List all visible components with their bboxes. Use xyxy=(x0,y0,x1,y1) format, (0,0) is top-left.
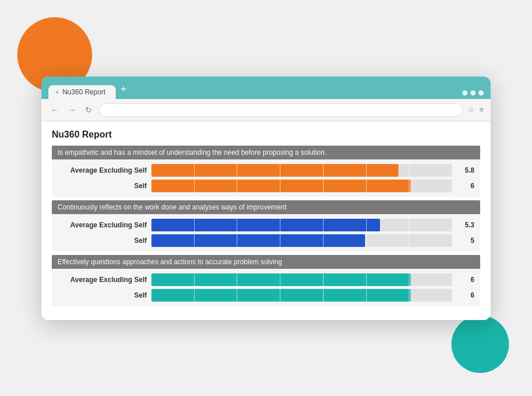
bar-row: Self 6 xyxy=(58,180,474,192)
nav-back-button[interactable]: ← xyxy=(48,104,61,116)
bar-row: Average Excluding Self 5.3 xyxy=(58,219,474,231)
bar-row: Average Excluding Self 6 xyxy=(58,273,474,286)
browser-addressbar: ← → ↻ ☆ ≡ xyxy=(41,99,491,121)
bar-container xyxy=(151,289,453,302)
tab-close-icon[interactable]: × xyxy=(55,89,59,96)
bar-container xyxy=(151,273,453,286)
new-tab-button[interactable]: + xyxy=(116,81,131,98)
section-header-2: Continuously reflects on the work done a… xyxy=(52,200,480,214)
bar-value: 5.3 xyxy=(457,221,474,229)
bar-fill xyxy=(151,234,365,247)
decorative-circle-teal xyxy=(451,315,509,373)
page-title: Nu360 Report xyxy=(52,130,480,140)
address-input[interactable] xyxy=(99,103,463,117)
chart-section-2: Continuously reflects on the work done a… xyxy=(52,200,480,252)
row-label: Self xyxy=(58,291,147,299)
section-body-1: Average Excluding Self 5.8 Self 6 xyxy=(52,159,480,197)
bar-fill xyxy=(151,219,380,231)
dot-icon xyxy=(462,90,468,96)
row-label: Average Excluding Self xyxy=(58,276,147,284)
row-label: Self xyxy=(58,182,147,190)
bar-fill xyxy=(151,289,411,302)
browser-dots xyxy=(462,90,484,99)
menu-icon: ≡ xyxy=(479,105,484,114)
row-label: Self xyxy=(58,237,147,245)
nav-forward-button[interactable]: → xyxy=(66,104,78,116)
bar-value: 6 xyxy=(457,276,474,284)
bar-fill xyxy=(151,180,411,192)
section-header-1: Is empathetic and has a mindset of under… xyxy=(52,146,480,159)
browser-tab[interactable]: × Nu360 Report xyxy=(48,85,116,99)
dot-icon xyxy=(470,90,476,96)
bookmark-icon: ☆ xyxy=(468,105,474,114)
bar-row: Average Excluding Self 5.8 xyxy=(58,164,474,177)
bar-row: Self 6 xyxy=(58,289,474,302)
browser-titlebar: × Nu360 Report + xyxy=(41,77,491,99)
browser-window: × Nu360 Report + ← → ↻ ☆ ≡ Nu360 Report … xyxy=(41,77,491,320)
chart-section-1: Is empathetic and has a mindset of under… xyxy=(52,146,480,197)
bar-container xyxy=(151,180,453,192)
chart-section-3: Effectively questions approaches and act… xyxy=(52,255,480,306)
row-label: Average Excluding Self xyxy=(58,166,147,174)
row-label: Average Excluding Self xyxy=(58,221,147,229)
tab-label: Nu360 Report xyxy=(62,88,105,96)
section-header-3: Effectively questions approaches and act… xyxy=(52,255,480,269)
section-body-3: Average Excluding Self 6 Self 6 xyxy=(52,269,480,306)
bar-container xyxy=(151,234,453,247)
page-content: Nu360 Report Is empathetic and has a min… xyxy=(41,121,491,320)
bar-container xyxy=(151,219,453,231)
dot-icon xyxy=(478,90,484,96)
bar-container xyxy=(151,164,453,177)
bar-value: 5.8 xyxy=(457,166,474,174)
bar-value: 6 xyxy=(457,182,474,190)
address-bar-icons: ☆ ≡ xyxy=(468,105,484,114)
bar-row: Self 5 xyxy=(58,234,474,247)
bar-value: 5 xyxy=(457,237,474,245)
bar-value: 6 xyxy=(457,291,474,299)
nav-reload-button[interactable]: ↻ xyxy=(83,104,94,116)
bar-fill xyxy=(151,273,411,286)
bar-fill xyxy=(151,164,398,177)
section-body-2: Average Excluding Self 5.3 Self 5 xyxy=(52,214,480,252)
